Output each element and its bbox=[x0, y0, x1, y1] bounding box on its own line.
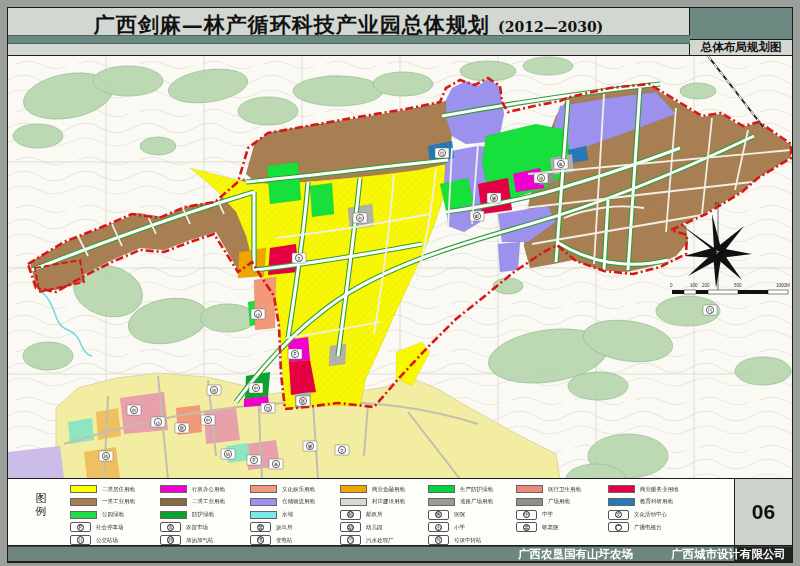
legend-item: 医医院 bbox=[428, 509, 493, 520]
facility-marker: 邮 bbox=[470, 211, 484, 221]
svg-text:幼: 幼 bbox=[226, 452, 231, 457]
facility-marker: 幼 bbox=[99, 451, 113, 461]
legend-label: 社会停车场 bbox=[96, 524, 124, 531]
legend-item: 医疗卫生用地 bbox=[516, 484, 581, 495]
legend-item: 教育科研用地 bbox=[608, 497, 679, 508]
page-number: 06 bbox=[735, 479, 792, 545]
legend-label: 幼儿园 bbox=[366, 524, 383, 531]
page: 广西剑麻—林产循环科技产业园总体规划 (2012—2030) 总体布局规划图 bbox=[0, 0, 800, 566]
svg-text:小: 小 bbox=[156, 420, 161, 425]
legend-label: 医疗卫生用地 bbox=[548, 486, 581, 493]
facility-marker: 小 bbox=[151, 417, 165, 427]
facility-marker: 垃 bbox=[261, 403, 275, 413]
legend-label: 医院 bbox=[454, 511, 465, 518]
legend-item: 市农贸市场 bbox=[160, 522, 225, 533]
legend-item: 道路广场用地 bbox=[428, 497, 493, 508]
legend-icon: 广 bbox=[608, 522, 629, 532]
legend-swatch bbox=[250, 498, 277, 506]
legend-item: 小小学 bbox=[428, 522, 493, 533]
legend-icon: 电 bbox=[250, 535, 271, 545]
legend-label: 变电站 bbox=[276, 537, 293, 544]
legend-icon: 邮 bbox=[340, 510, 361, 520]
svg-text:警: 警 bbox=[308, 444, 313, 449]
title-text: 广西剑麻—林产循环科技产业园总体规划 bbox=[94, 12, 490, 37]
legend-label: 二类居住用地 bbox=[102, 486, 135, 493]
svg-text:医: 医 bbox=[180, 425, 185, 431]
facility-marker: 垃 bbox=[435, 148, 449, 158]
legend-item: 文化娱乐用地 bbox=[250, 484, 315, 495]
legend-item: 广广播电视台 bbox=[608, 522, 679, 533]
footer-org-right: 广西城市设计有限公司 bbox=[671, 547, 786, 562]
legend-item: 二类工业用地 bbox=[160, 497, 225, 508]
legend-item: 仓储物流用地 bbox=[250, 497, 315, 508]
header: 广西剑麻—林产循环科技产业园总体规划 (2012—2030) bbox=[8, 8, 690, 56]
facility-marker: 中 bbox=[201, 415, 215, 425]
svg-text:油: 油 bbox=[539, 176, 544, 181]
svg-text:垃: 垃 bbox=[266, 406, 271, 411]
svg-text:文: 文 bbox=[340, 448, 345, 453]
svg-text:邮: 邮 bbox=[475, 214, 480, 219]
legend-swatch bbox=[340, 498, 367, 506]
facility-marker: 幼 bbox=[221, 449, 235, 459]
scale-tick: 1000M bbox=[776, 283, 790, 288]
title-period: (2012—2030) bbox=[498, 19, 603, 35]
legend-item: 中中学 bbox=[516, 509, 581, 520]
legend-label: 广场用地 bbox=[548, 498, 570, 505]
svg-text:小: 小 bbox=[256, 312, 261, 317]
facility-marker: 文 bbox=[335, 445, 349, 455]
legend-column: 行政办公用地二类工业用地防护绿地市农贸市场油加油加气站 bbox=[160, 484, 225, 547]
svg-text:幼: 幼 bbox=[104, 454, 109, 459]
facility-marker: 油 bbox=[207, 385, 221, 395]
legend-item: 商业金融用地 bbox=[340, 484, 405, 495]
legend-swatch bbox=[340, 485, 367, 493]
legend-panel: 图例 二类居住用地一类工业用地公园绿地P社会停车场公公交站场行政办公用地二类工业… bbox=[8, 479, 735, 545]
legend-swatch bbox=[516, 485, 543, 493]
legend-label: 村庄建设用地 bbox=[372, 498, 405, 505]
svg-text:垃: 垃 bbox=[440, 151, 445, 156]
facility-marker: 市 bbox=[127, 405, 141, 415]
footer-bar: 广西农垦国有山圩农场 广西城市设计有限公司 bbox=[8, 546, 792, 562]
legend-item: 行政办公用地 bbox=[160, 484, 225, 495]
facility-marker: 电 bbox=[554, 159, 568, 169]
legend-swatch bbox=[160, 498, 187, 506]
legend-item: 防护绿地 bbox=[160, 509, 225, 520]
footer-org-left: 广西农垦国有山圩农场 bbox=[518, 547, 633, 562]
green-parcel-y4 bbox=[310, 183, 334, 217]
facility-marker: 中 bbox=[249, 383, 263, 393]
svg-text:文: 文 bbox=[297, 256, 302, 261]
legend-item: 警派出所 bbox=[250, 522, 315, 533]
salmon-strip bbox=[254, 277, 276, 330]
north-label: N bbox=[715, 201, 719, 207]
legend-label: 仓储物流用地 bbox=[282, 498, 315, 505]
legend-swatch bbox=[70, 498, 97, 506]
legend-icon: 中 bbox=[516, 510, 537, 520]
facility-marker: 文 bbox=[292, 253, 306, 263]
legend-icon: 幼 bbox=[340, 522, 361, 532]
facility-marker: 警 bbox=[487, 193, 501, 203]
legend-column: 生产防护绿地道路广场用地医医院小小学垃垃圾中转站 bbox=[428, 484, 493, 547]
svg-text:电: 电 bbox=[559, 162, 564, 167]
legend-item: 邮邮政所 bbox=[340, 509, 405, 520]
legend-icon: 医 bbox=[428, 510, 449, 520]
legend-label: 防护绿地 bbox=[192, 511, 214, 518]
legend-label: 小学 bbox=[454, 524, 465, 531]
legend-swatch bbox=[160, 485, 187, 493]
legend-item: 生产防护绿地 bbox=[428, 484, 493, 495]
svg-text:中: 中 bbox=[206, 418, 211, 423]
facility-marker: 污 bbox=[703, 305, 717, 315]
legend-label: 道路广场用地 bbox=[460, 498, 493, 505]
legend-label: 生产防护绿地 bbox=[460, 486, 493, 493]
legend-swatch bbox=[160, 511, 187, 519]
legend-swatch bbox=[70, 485, 97, 493]
legend-item: 幼幼儿园 bbox=[340, 522, 405, 533]
legend-item: 一类工业用地 bbox=[70, 497, 135, 508]
legend-swatch bbox=[608, 498, 635, 506]
legend-swatch bbox=[516, 498, 543, 506]
legend-item: 公公交站场 bbox=[70, 535, 135, 546]
legend-column: 文化娱乐用地仓储物流用地水域警派出所电变电站 bbox=[250, 484, 315, 547]
green-parcel-y3 bbox=[267, 162, 301, 204]
legend-label: 教育科研用地 bbox=[640, 498, 673, 505]
legend-swatch bbox=[70, 511, 97, 519]
facility-marker: 小 bbox=[251, 309, 265, 319]
legend-item: 村庄建设用地 bbox=[340, 497, 405, 508]
